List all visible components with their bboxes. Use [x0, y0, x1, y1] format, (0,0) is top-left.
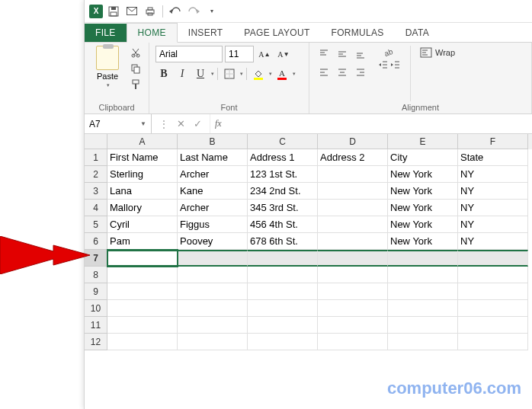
cell[interactable]: [248, 283, 318, 300]
cell[interactable]: [318, 317, 388, 334]
cell[interactable]: [178, 250, 248, 267]
cell[interactable]: Cyril: [107, 216, 178, 233]
grow-font-icon[interactable]: A▲: [256, 46, 273, 62]
cell[interactable]: [178, 300, 248, 317]
cell[interactable]: New York: [388, 233, 458, 250]
cell[interactable]: [458, 283, 528, 300]
font-color-icon[interactable]: A: [274, 66, 290, 82]
cell[interactable]: Pam: [107, 233, 178, 250]
cell[interactable]: [107, 334, 178, 350]
increase-indent-icon[interactable]: [390, 59, 401, 70]
col-header-F[interactable]: F: [458, 134, 528, 149]
cell[interactable]: New York: [388, 183, 458, 200]
format-painter-icon[interactable]: [129, 78, 143, 91]
row-header[interactable]: 5: [85, 216, 107, 233]
cell[interactable]: Last Name: [178, 149, 248, 166]
row-header[interactable]: 9: [85, 283, 107, 300]
cell[interactable]: [318, 334, 388, 350]
cell[interactable]: NY: [458, 216, 528, 233]
align-bottom-icon[interactable]: [352, 46, 369, 62]
cell[interactable]: 678 6th St.: [248, 233, 318, 250]
undo-icon[interactable]: [168, 4, 183, 19]
row-header[interactable]: 10: [85, 300, 107, 317]
email-icon[interactable]: [124, 4, 139, 19]
qat-customize-icon[interactable]: ▾: [204, 4, 220, 19]
cell[interactable]: [107, 300, 178, 317]
cell[interactable]: [248, 267, 318, 283]
cell[interactable]: [458, 267, 528, 283]
row-header[interactable]: 4: [85, 200, 107, 216]
cell[interactable]: [388, 300, 458, 317]
col-header-A[interactable]: A: [107, 134, 178, 149]
cell[interactable]: NY: [458, 233, 528, 250]
cell[interactable]: [248, 317, 318, 334]
cell[interactable]: [107, 317, 178, 334]
cell[interactable]: State: [458, 149, 528, 166]
font-name-combo[interactable]: [155, 46, 223, 62]
cell[interactable]: NY: [458, 183, 528, 200]
align-right-icon[interactable]: [352, 64, 369, 81]
cut-icon[interactable]: [129, 46, 143, 59]
tab-data[interactable]: DATA: [395, 24, 440, 42]
cell[interactable]: [178, 317, 248, 334]
cell[interactable]: [388, 334, 458, 350]
cell[interactable]: NY: [458, 166, 528, 183]
name-box[interactable]: A7 ▼: [85, 114, 152, 133]
row-header[interactable]: 11: [85, 317, 107, 334]
cell[interactable]: [318, 216, 388, 233]
cell[interactable]: [458, 317, 528, 334]
copy-icon[interactable]: [129, 62, 143, 75]
formula-input[interactable]: [226, 114, 532, 133]
quickprint-icon[interactable]: [143, 4, 158, 19]
col-header-E[interactable]: E: [388, 134, 458, 149]
select-all-corner[interactable]: [85, 134, 107, 149]
align-left-icon[interactable]: [316, 64, 332, 81]
tab-formulas[interactable]: FORMULAS: [321, 24, 395, 42]
redo-icon[interactable]: [186, 4, 201, 19]
italic-button[interactable]: I: [174, 66, 191, 82]
tab-insert[interactable]: INSERT: [178, 24, 234, 42]
cell[interactable]: [248, 250, 318, 267]
paste-button[interactable]: Paste ▾: [91, 46, 124, 101]
shrink-font-icon[interactable]: A▼: [275, 46, 292, 62]
cell[interactable]: Archer: [178, 200, 248, 216]
cell[interactable]: [458, 250, 528, 267]
row-header[interactable]: 2: [85, 166, 107, 183]
cell[interactable]: [178, 283, 248, 300]
cell[interactable]: First Name: [107, 149, 178, 166]
cell[interactable]: Address 2: [318, 149, 388, 166]
cell[interactable]: [318, 166, 388, 183]
align-top-icon[interactable]: [316, 46, 332, 62]
chevron-down-icon[interactable]: ▾: [269, 71, 272, 77]
cell[interactable]: Lana: [107, 183, 178, 200]
cell[interactable]: [318, 283, 388, 300]
cell[interactable]: Poovey: [178, 233, 248, 250]
cell[interactable]: [178, 267, 248, 283]
cell[interactable]: 345 3rd St.: [248, 200, 318, 216]
cell[interactable]: [458, 334, 528, 350]
cell[interactable]: [388, 317, 458, 334]
orientation-icon[interactable]: ab: [378, 46, 401, 58]
tab-home[interactable]: HOME: [127, 23, 178, 43]
decrease-indent-icon[interactable]: [378, 59, 389, 70]
save-icon[interactable]: [106, 4, 121, 19]
row-header[interactable]: 3: [85, 183, 107, 200]
chevron-down-icon[interactable]: ▾: [293, 71, 296, 77]
cell[interactable]: [178, 334, 248, 350]
cell[interactable]: [107, 250, 178, 267]
cell[interactable]: NY: [458, 200, 528, 216]
cell[interactable]: [248, 334, 318, 350]
cell[interactable]: [107, 283, 178, 300]
cell[interactable]: Sterling: [107, 166, 178, 183]
row-header[interactable]: 12: [85, 334, 107, 350]
cell[interactable]: [318, 267, 388, 283]
cell[interactable]: [388, 283, 458, 300]
col-header-C[interactable]: C: [248, 134, 318, 149]
cell[interactable]: [458, 300, 528, 317]
cell[interactable]: [388, 250, 458, 267]
cell[interactable]: Address 1: [248, 149, 318, 166]
cell[interactable]: [318, 200, 388, 216]
col-header-D[interactable]: D: [318, 134, 388, 149]
borders-icon[interactable]: [221, 66, 238, 82]
chevron-down-icon[interactable]: ▾: [240, 71, 243, 77]
